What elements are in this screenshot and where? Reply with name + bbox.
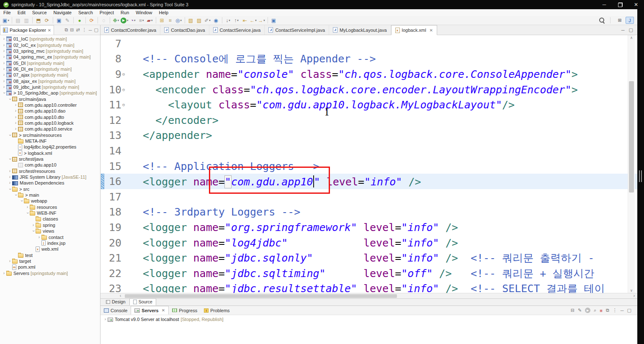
tree-item[interactable]: ›> src xyxy=(0,186,100,192)
close-view-icon[interactable]: ✕ xyxy=(48,28,51,33)
menu-project[interactable]: Project xyxy=(96,9,117,16)
menu-run[interactable]: Run xyxy=(117,9,132,16)
new-java-project-button[interactable]: ⊞ xyxy=(158,17,166,24)
tree-chevron-icon[interactable]: › xyxy=(8,157,12,162)
new-package-button[interactable]: ⌗ xyxy=(167,17,174,24)
debug-server-icon[interactable]: ⌕ xyxy=(594,308,596,313)
maximize-view-icon[interactable]: ▢ xyxy=(627,308,631,313)
dropdown-caret-icon[interactable]: ▾ xyxy=(237,19,239,22)
tree-item[interactable]: classes xyxy=(0,216,100,222)
open-perspective-button[interactable]: ⊞ xyxy=(616,17,624,24)
code-line-14[interactable]: 14 xyxy=(100,143,637,159)
open-console-button[interactable]: ▣ xyxy=(55,17,63,24)
open-resource-button[interactable]: ▨ xyxy=(196,17,203,24)
tree-item[interactable]: ›src/test/resources xyxy=(0,168,100,174)
profile-button[interactable]: ◔▾ xyxy=(129,17,137,24)
save-button[interactable]: ▤ xyxy=(14,17,22,24)
fold-marker-icon[interactable]: ⊖ xyxy=(121,102,127,108)
tree-item[interactable]: ›spring xyxy=(0,222,100,228)
split-view-icon[interactable]: ⧉ xyxy=(606,308,609,313)
fold-marker-icon[interactable]: ⊖ xyxy=(121,87,127,92)
tree-chevron-icon[interactable]: › xyxy=(2,85,6,89)
last-edit-location-button[interactable]: ⇤ xyxy=(241,17,249,24)
tree-chevron-icon[interactable]: › xyxy=(2,91,6,95)
tree-chevron-icon[interactable]: › xyxy=(2,61,6,65)
code-line-7[interactable]: 7 xyxy=(100,36,637,51)
tree-chevron-icon[interactable]: › xyxy=(2,271,6,275)
console-tab-progress[interactable]: Progress xyxy=(169,306,201,315)
scroll-down-arrow[interactable]: ∨ xyxy=(628,288,635,293)
sash-handle[interactable] xyxy=(639,170,642,182)
maximize-editor-icon[interactable]: ▢ xyxy=(629,27,633,33)
external-browser-button[interactable]: ◉ xyxy=(212,17,220,24)
launch-server-icon[interactable]: ▶ xyxy=(585,308,590,313)
save-all-button[interactable]: ▥ xyxy=(23,17,30,24)
tree-chevron-icon[interactable]: › xyxy=(2,67,6,71)
code-line-20[interactable]: 20 <logger name="log4jdbc" level="info" … xyxy=(100,235,637,251)
tomcat-server-label[interactable]: Tomcat v9.0 Server at localhost xyxy=(115,317,179,322)
tree-item[interactable]: ›03_spring_mvc[springstudy main] xyxy=(0,48,100,54)
tree-chevron-icon[interactable]: › xyxy=(13,127,18,131)
tree-chevron-icon[interactable]: › xyxy=(13,109,18,113)
tree-item[interactable]: xweb.xml xyxy=(0,246,100,252)
code-text[interactable]: <logger name="log4jdbc" level="info" /> xyxy=(127,237,458,249)
horizontal-scroll-thumb[interactable] xyxy=(125,294,397,298)
code-text[interactable]: </appender> xyxy=(127,129,212,141)
next-annotation-button[interactable]: ↓▾ xyxy=(224,17,232,24)
tree-item[interactable]: ›WEB-INF xyxy=(0,210,100,216)
link-with-editor-icon[interactable]: ⇄ xyxy=(76,27,80,33)
tree-item[interactable]: META-INF xyxy=(0,138,100,144)
code-line-23[interactable]: 23 <logger name="jdbc.resultsettable" le… xyxy=(100,281,637,293)
tree-chevron-icon[interactable]: › xyxy=(2,55,6,59)
code-line-8[interactable]: 8 <!-- Console에 로그를 찍는 Appender --> xyxy=(100,51,637,67)
dropdown-caret-icon[interactable]: ▾ xyxy=(142,19,144,22)
code-text[interactable]: <!-- Console에 로그를 찍는 Appender --> xyxy=(127,52,376,66)
tree-item[interactable]: ›Servers[springstudy main] xyxy=(0,270,100,276)
maximize-view-icon[interactable]: ▢ xyxy=(94,27,98,33)
tree-item[interactable]: ›Maven Dependencies xyxy=(0,180,100,186)
minimize-view-icon[interactable]: ─ xyxy=(621,308,624,313)
prev-annotation-button[interactable]: ↑▾ xyxy=(233,17,240,24)
tree-item[interactable]: com.gdu.app10 xyxy=(0,162,100,168)
menu-edit[interactable]: Edit xyxy=(14,9,29,16)
tree-item[interactable]: ›06_DI_ex[springstudy main] xyxy=(0,66,100,72)
dropdown-caret-icon[interactable]: ▾ xyxy=(180,19,182,22)
code-text[interactable]: <logger name="org.springframework" level… xyxy=(127,221,458,234)
minimize-window-button[interactable]: ─ xyxy=(596,0,612,9)
mark-occurrences-button[interactable]: ✐▾ xyxy=(204,17,211,24)
view-menu-icon[interactable]: ⋮ xyxy=(82,27,87,33)
tree-item[interactable]: ›com.gdu.app10.dao xyxy=(0,108,100,114)
editor-tab-mylogbacklayout.java[interactable]: JMyLogbackLayout.java xyxy=(329,25,391,35)
vertical-scroll-thumb[interactable] xyxy=(629,81,634,193)
editor-horizontal-scrollbar[interactable]: ‹ › xyxy=(100,293,637,298)
tree-chevron-icon[interactable]: › xyxy=(8,97,12,101)
menu-help[interactable]: Help xyxy=(155,9,172,16)
dropdown-caret-icon[interactable]: ▾ xyxy=(8,19,9,22)
open-type-button[interactable]: ◎▾ xyxy=(175,17,183,24)
open-console-icon[interactable]: ⊟ xyxy=(571,308,574,313)
new-wizard-button[interactable]: ▣▾ xyxy=(2,17,10,24)
tree-item[interactable]: ›JRE System Library[JavaSE-11] xyxy=(0,174,100,180)
code-line-22[interactable]: 22 <logger name="jdbc.sqltiming" level="… xyxy=(100,266,637,281)
menu-source[interactable]: Source xyxy=(29,9,50,16)
tree-item[interactable]: jindex.jsp xyxy=(0,240,100,246)
minimize-editor-icon[interactable]: ─ xyxy=(621,28,625,33)
tree-chevron-icon[interactable]: › xyxy=(26,211,30,216)
tree-chevron-icon[interactable]: › xyxy=(13,115,18,119)
code-line-13[interactable]: 13 </appender> xyxy=(100,128,637,144)
tree-item[interactable]: ›src/test/java xyxy=(0,156,100,162)
spring-boot-button[interactable]: ● xyxy=(76,17,83,24)
scroll-left-arrow[interactable]: ‹ xyxy=(120,293,121,298)
java-ee-perspective-button[interactable]: J xyxy=(626,17,634,24)
code-line-21[interactable]: 21 <logger name="jdbc.sqlonly" level="in… xyxy=(100,250,637,266)
tree-item[interactable]: ›com.gdu.app10.logback xyxy=(0,120,100,126)
tree-item[interactable]: ›02_IoC_ex[springstudy main] xyxy=(0,42,100,48)
tree-chevron-icon[interactable]: › xyxy=(8,133,12,137)
stop-button[interactable]: ■▾ xyxy=(138,17,145,24)
tree-item[interactable]: ›04_spring_mvc_ex[springstudy main] xyxy=(0,54,100,60)
dropdown-caret-icon[interactable]: ▾ xyxy=(229,19,230,22)
tree-chevron-icon[interactable]: › xyxy=(14,193,18,198)
tree-item[interactable]: ›01_IoC[springstudy main] xyxy=(0,36,100,42)
menu-search[interactable]: Search xyxy=(75,9,96,16)
tree-item[interactable]: ›com.gdu.app10.dto xyxy=(0,114,100,120)
